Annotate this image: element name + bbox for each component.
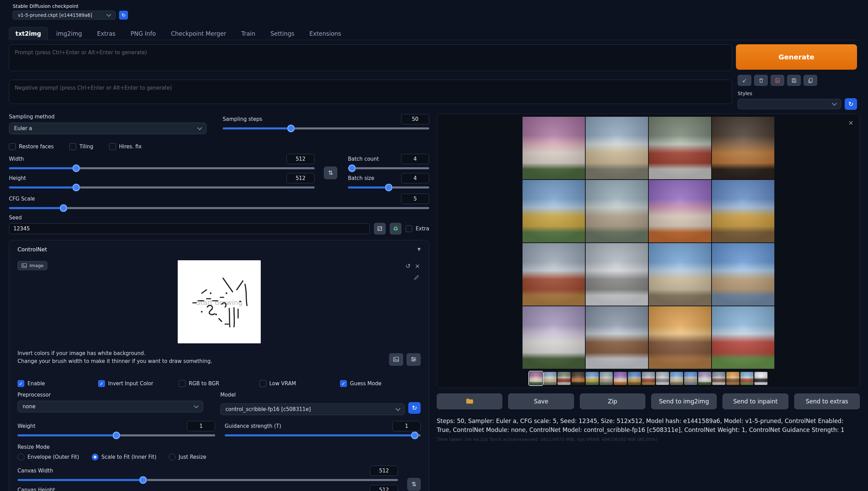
prompt-input[interactable] xyxy=(9,44,732,71)
thumbnail-brick-farmhouse[interactable] xyxy=(642,372,655,385)
thumbnail-winter-street[interactable] xyxy=(656,372,669,385)
swap-width-height-button[interactable]: ⇅ xyxy=(324,167,337,179)
close-gallery-button[interactable]: × xyxy=(848,118,854,128)
width-slider[interactable] xyxy=(9,167,315,169)
tab-txt2img[interactable]: txt2img xyxy=(9,27,48,40)
random-seed-button[interactable]: ⚂ xyxy=(374,223,386,235)
swap-canvas-size-button[interactable]: ⇅ xyxy=(407,478,421,491)
cfg-scale-slider[interactable] xyxy=(9,207,429,209)
sampling-method-select[interactable]: Euler a xyxy=(9,123,207,134)
radio-scale-to-fit-inner-fit[interactable]: Scale to Fit (Inner Fit) xyxy=(92,454,156,460)
send-to-img2img-button[interactable]: Send to img2img xyxy=(651,393,717,409)
refresh-styles-button[interactable]: ↻ xyxy=(845,98,857,110)
thumbnail-dusk-farmhouse[interactable] xyxy=(572,372,585,385)
controlnet-weight-slider[interactable] xyxy=(17,434,215,436)
tab-img2img[interactable]: img2img xyxy=(50,27,89,40)
thumbnail-autumn-house[interactable] xyxy=(628,372,641,385)
guidance-strength-slider[interactable] xyxy=(225,434,421,436)
gallery-image-village-lane[interactable] xyxy=(586,117,648,179)
image-chip[interactable]: Image xyxy=(17,261,47,270)
canvas-width-slider[interactable] xyxy=(17,479,398,481)
guidance-strength-value[interactable]: 1 xyxy=(392,421,421,431)
thumbnail-red-farmhouse[interactable] xyxy=(740,372,753,385)
tab-extensions[interactable]: Extensions xyxy=(303,27,348,40)
gallery-image-autumn-house[interactable] xyxy=(712,180,774,242)
thumbnail-pink-sky-cottage[interactable] xyxy=(529,372,542,385)
undo-icon[interactable]: ↺ xyxy=(406,262,411,270)
apply-style-button[interactable] xyxy=(804,75,817,86)
width-value[interactable]: 512 xyxy=(286,154,315,164)
gallery-image-winter-street[interactable] xyxy=(586,243,648,306)
gallery-image-sunny-street[interactable] xyxy=(649,243,711,306)
checkbox-guess-mode[interactable]: ✓Guess Mode xyxy=(340,380,421,387)
adjust-settings-button[interactable] xyxy=(407,353,421,366)
seed-input[interactable]: 12345 xyxy=(9,223,370,234)
refresh-models-button[interactable]: ↻ xyxy=(408,402,421,414)
tab-checkpoint-merger[interactable]: Checkpoint Merger xyxy=(164,27,233,40)
gallery-image-dusk-farmhouse[interactable] xyxy=(712,117,774,179)
thumbnail-mountain-cabin[interactable] xyxy=(712,372,725,385)
thumbnail-stone-house[interactable] xyxy=(600,372,613,385)
height-value[interactable]: 512 xyxy=(286,173,315,183)
canvas-width-value[interactable]: 512 xyxy=(370,466,398,476)
send-to-inpaint-button[interactable]: Send to inpaint xyxy=(723,393,788,409)
cfg-scale-value[interactable]: 5 xyxy=(401,194,429,204)
checkbox-hires-fix[interactable]: Hires. fix xyxy=(109,143,142,150)
gallery-image-town-road[interactable] xyxy=(712,243,774,306)
tab-train[interactable]: Train xyxy=(235,27,262,40)
gallery-image-white-cottage[interactable] xyxy=(523,306,585,369)
checkbox-rgb-to-bgr[interactable]: RGB to BGR xyxy=(179,380,259,387)
zip-button[interactable]: Zip xyxy=(580,393,645,409)
controlnet-model-select[interactable]: control_scribble-fp16 [c508311e] xyxy=(220,403,405,415)
radio-envelope-outer-fit[interactable]: Envelope (Outer Fit) xyxy=(17,454,79,460)
thumbnail-village-lane[interactable] xyxy=(543,372,556,385)
sampling-steps-value[interactable]: 50 xyxy=(401,114,429,124)
open-image-button[interactable] xyxy=(389,353,403,366)
height-slider[interactable] xyxy=(9,186,315,189)
batch-size-slider[interactable] xyxy=(348,186,429,189)
radio-just-resize[interactable]: Just Resize xyxy=(169,454,206,460)
gallery-image-stone-house[interactable] xyxy=(586,180,648,242)
save-style-button[interactable] xyxy=(787,75,801,86)
gallery-image-yellow-house[interactable] xyxy=(523,180,585,242)
checkbox-extra-seed[interactable]: Extra xyxy=(406,225,429,232)
controlnet-accordion-header[interactable]: ControlNet ▼ xyxy=(17,245,421,253)
gallery-image-brick-farmhouse[interactable] xyxy=(523,243,585,306)
scribble-canvas[interactable]: Start drawing xyxy=(178,260,261,343)
checkbox-enable[interactable]: ✓Enable xyxy=(17,380,98,387)
thumbnail-sunny-street[interactable] xyxy=(670,372,683,385)
refresh-checkpoint-button[interactable]: ↻ xyxy=(119,11,128,20)
send-to-extras-button[interactable]: Send to extras xyxy=(794,393,860,409)
thumbnail-white-cottage[interactable] xyxy=(698,372,711,385)
batch-count-value[interactable]: 4 xyxy=(401,154,429,164)
checkpoint-select[interactable]: v1-5-pruned.ckpt [e1441589a6] xyxy=(13,11,116,20)
save-button[interactable]: Save xyxy=(508,393,574,409)
controlnet-weight-value[interactable]: 1 xyxy=(187,421,215,431)
gallery-image-sunset-villa[interactable] xyxy=(649,180,711,242)
generate-button[interactable]: Generate xyxy=(736,44,857,70)
batch-size-value[interactable]: 4 xyxy=(401,173,429,183)
preprocessor-select[interactable]: none xyxy=(17,401,203,412)
gallery-image-red-barn-mountain[interactable] xyxy=(649,117,711,179)
thumbnail-golden-sunset-house[interactable] xyxy=(726,372,739,385)
batch-count-slider[interactable] xyxy=(348,167,429,169)
negative-prompt-input[interactable] xyxy=(9,80,732,104)
reuse-seed-button[interactable]: ♻ xyxy=(390,223,401,235)
tab-settings[interactable]: Settings xyxy=(264,27,301,40)
canvas-height-value[interactable]: 512 xyxy=(370,485,398,491)
thumbnail-town-road[interactable] xyxy=(684,372,697,385)
clear-prompt-button[interactable] xyxy=(754,75,768,86)
thumbnail-yellow-house[interactable] xyxy=(586,372,599,385)
sampling-steps-slider[interactable] xyxy=(223,127,429,129)
thumbnail-scribble-map[interactable] xyxy=(754,372,767,385)
tab-extras[interactable]: Extras xyxy=(91,27,122,40)
clear-canvas-icon[interactable]: × xyxy=(415,262,420,270)
gallery-image-golden-sunset-house[interactable] xyxy=(649,306,711,369)
gallery-image-mountain-cabin[interactable] xyxy=(586,306,648,369)
checkbox-invert-input-color[interactable]: ✓Invert Input Color xyxy=(98,380,179,387)
gallery-image-red-farmhouse[interactable] xyxy=(712,306,774,369)
extra-networks-button[interactable] xyxy=(771,75,784,86)
styles-select[interactable] xyxy=(738,99,841,109)
checkbox-low-vram[interactable]: Low VRAM xyxy=(259,380,340,387)
checkbox-restore-faces[interactable]: Restore faces xyxy=(9,143,54,150)
